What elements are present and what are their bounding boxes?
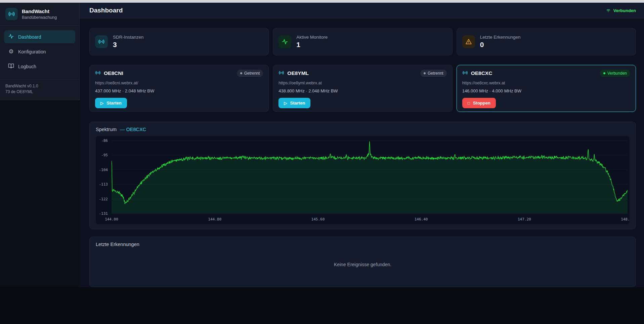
x-axis-labels: 144.00144.80145.60146.40147.20148.00 — [112, 217, 628, 222]
stop-icon: □ — [468, 101, 470, 105]
status-dot-icon — [240, 72, 242, 74]
sdr-card-oe8cxc: OE8CXC Verbunden https://oe8cxc.webrx.at… — [457, 65, 636, 112]
start-button[interactable]: ▷ Starten — [95, 98, 127, 108]
broadcast-icon — [95, 35, 108, 48]
stat-card-detections: Letzte Erkennungen 0 — [457, 28, 636, 55]
spectrum-panel-header: Spektrum — OE8CXC — [96, 127, 630, 132]
app-version: BandWacht v0.1.0 — [5, 83, 74, 89]
y-tick-label: -86 — [101, 138, 108, 143]
stat-label: Letzte Erkennungen — [480, 35, 521, 40]
spectrum-plot — [112, 140, 628, 213]
app-signature: 73 de OE8YML — [5, 89, 74, 95]
connection-status-label: Verbunden — [613, 8, 636, 13]
sdr-url: https://oe8cxc.webrx.at — [462, 81, 630, 85]
stat-value: 0 — [480, 41, 521, 49]
status-badge: Verbunden — [600, 70, 630, 77]
stat-card-active-monitors: Aktive Monitore 1 — [273, 28, 452, 55]
book-icon — [8, 63, 14, 70]
sdr-frequency: 438.800 MHz · 2.048 MHz BW — [278, 88, 446, 93]
page-title: Dashboard — [89, 7, 123, 14]
action-button-label: Starten — [290, 100, 305, 106]
y-tick-label: -122 — [99, 197, 108, 201]
sdr-cards-row: OE8CNI Getrennt https://oe8cni.webrx.at/… — [89, 65, 636, 112]
y-axis-labels: -86-95-104-113-122-131 — [96, 140, 110, 213]
activity-icon — [278, 35, 291, 48]
warning-icon — [462, 35, 475, 48]
gear-icon: ⚙ — [8, 49, 14, 55]
sdr-card-oe8cni: OE8CNI Getrennt https://oe8cni.webrx.at/… — [89, 65, 269, 112]
sdr-card-title: OE8CXC — [462, 70, 492, 77]
activity-icon — [8, 33, 14, 40]
y-tick-label: -104 — [99, 167, 108, 172]
app-logo-row: BandWacht Bandüberwachung — [0, 3, 79, 26]
broadcast-icon — [462, 70, 468, 77]
status-badge: Getrennt — [420, 70, 447, 77]
status-badge-label: Verbunden — [607, 71, 627, 76]
stat-label: SDR-Instanzen — [113, 35, 144, 40]
sdr-card-oe8yml: OE8YML Getrennt https://oe8yml.webrx.at … — [273, 65, 452, 112]
status-dot-icon — [424, 72, 426, 74]
stat-card-sdr-instances: SDR-Instanzen 3 — [89, 28, 269, 55]
play-icon: ▷ — [284, 101, 287, 105]
sidebar-footer: BandWacht v0.1.0 73 de OE8YML — [0, 79, 79, 100]
status-badge-label: Getrennt — [428, 71, 443, 76]
sidebar-item-label: Dashboard — [18, 34, 41, 40]
spectrum-chart: -86-95-104-113-122-131 144.00144.8 — [96, 136, 630, 224]
sidebar-item-label: Logbuch — [18, 64, 36, 69]
connection-status: Verbunden — [606, 7, 636, 14]
sdr-url: https://oe8yml.webrx.at — [278, 81, 446, 85]
play-icon: ▷ — [100, 101, 103, 105]
sdr-frequency: 146.000 MHz · 4.000 MHz BW — [462, 88, 630, 93]
sidebar-item-dashboard[interactable]: Dashboard — [4, 30, 75, 43]
x-tick-label: 144.80 — [208, 217, 221, 221]
sidebar-panel: BandWacht Bandüberwachung Dashboard ⚙ Ko… — [0, 3, 80, 100]
status-badge: Getrennt — [237, 70, 263, 77]
main-column: Dashboard Verbunden — [80, 3, 644, 287]
events-panel-header: Letzte Erkennungen — [96, 242, 630, 247]
stat-label: Aktive Monitore — [296, 35, 328, 40]
x-tick-label: 145.60 — [311, 217, 325, 221]
events-empty-message: Keine Ereignisse gefunden. — [96, 247, 630, 282]
action-button-label: Starten — [106, 100, 122, 106]
events-title: Letzte Erkennungen — [96, 242, 139, 247]
x-tick-label: 146.40 — [415, 217, 428, 221]
window-top-edge — [0, 0, 644, 3]
y-tick-label: -131 — [99, 211, 108, 216]
status-dot-icon — [603, 72, 605, 74]
spectrum-source: — OE8CXC — [120, 127, 146, 132]
x-tick-label: 144.00 — [105, 217, 118, 221]
sidebar-item-logbuch[interactable]: Logbuch — [4, 60, 75, 73]
broadcast-icon — [278, 70, 284, 77]
y-tick-label: -113 — [99, 182, 108, 187]
broadcast-icon — [5, 8, 18, 20]
dashboard-content: SDR-Instanzen 3 Aktive Monitore 1 — [80, 18, 644, 287]
wifi-icon — [606, 7, 611, 14]
spectrum-panel: Spektrum — OE8CXC -86-95-104-113-122-131 — [89, 122, 636, 229]
broadcast-icon — [95, 70, 101, 77]
status-badge-label: Getrennt — [244, 71, 260, 76]
sdr-name: OE8YML — [287, 70, 309, 76]
stat-value: 3 — [113, 41, 144, 49]
sdr-card-title: OE8CNI — [95, 70, 123, 77]
app-title: BandWacht — [22, 8, 57, 14]
sdr-frequency: 437.000 MHz · 2.048 MHz BW — [95, 88, 263, 93]
x-tick-label: 148.00 — [621, 217, 630, 221]
sidebar-item-konfiguration[interactable]: ⚙ Konfiguration — [4, 45, 75, 58]
y-tick-label: -95 — [101, 153, 108, 157]
sdr-name: OE8CNI — [104, 70, 123, 76]
start-button[interactable]: ▷ Starten — [278, 98, 310, 108]
top-header: Dashboard Verbunden — [80, 3, 644, 18]
app-shell: BandWacht Bandüberwachung Dashboard ⚙ Ko… — [0, 3, 644, 287]
stat-value: 1 — [296, 41, 328, 49]
sdr-name: OE8CXC — [471, 70, 492, 76]
sidebar-item-label: Konfiguration — [18, 49, 46, 54]
spectrum-title: Spektrum — [96, 127, 117, 132]
sidebar: BandWacht Bandüberwachung Dashboard ⚙ Ko… — [0, 3, 80, 287]
stat-cards-row: SDR-Instanzen 3 Aktive Monitore 1 — [89, 28, 636, 55]
x-tick-label: 147.20 — [518, 217, 531, 221]
sdr-url: https://oe8cni.webrx.at/ — [95, 81, 263, 85]
action-button-label: Stoppen — [473, 100, 490, 106]
events-panel: Letzte Erkennungen Keine Ereignisse gefu… — [89, 237, 636, 287]
app-subtitle: Bandüberwachung — [22, 15, 57, 20]
stop-button[interactable]: □ Stoppen — [462, 98, 496, 108]
